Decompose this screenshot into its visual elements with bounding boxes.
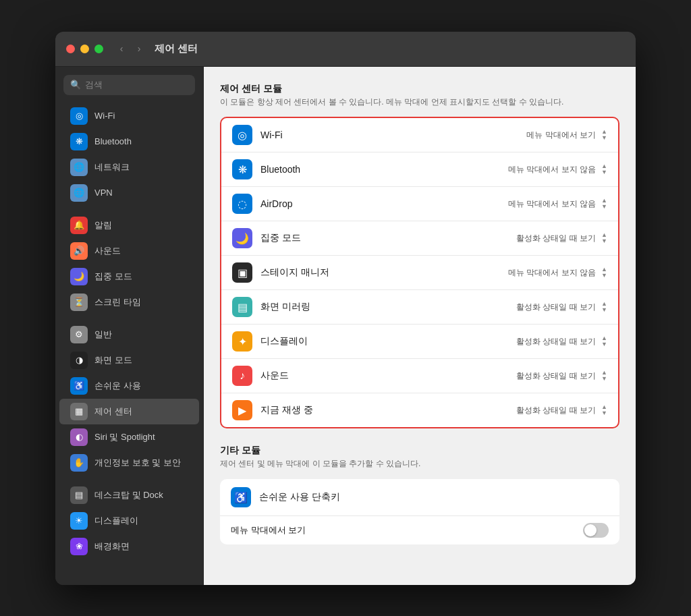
other-modules-box: ♿손쉬운 사용 단축키메뉴 막대에서 보기 [220, 479, 619, 544]
sidebar-item-screentime[interactable]: ⏳스크린 타임 [59, 289, 199, 315]
other-module-name: 손쉬운 사용 단축키 [259, 491, 609, 503]
module-name: AirDrop [260, 198, 500, 209]
module-row[interactable]: ❋Bluetooth메뉴 막대에서 보지 않음▲▼ [221, 152, 618, 187]
module-row[interactable]: ▶지금 재생 중활성화 상태일 때 보기▲▼ [221, 393, 618, 427]
stepper-icon[interactable]: ▲▼ [601, 163, 607, 175]
search-bar[interactable]: 🔍 검색 [63, 75, 195, 95]
general-icon: ⚙ [70, 326, 88, 343]
stepper-icon[interactable]: ▲▼ [601, 370, 607, 382]
stepper-icon[interactable]: ▲▼ [601, 232, 607, 244]
module-icon: ❋ [232, 159, 252, 179]
sidebar-item-label-desktop: 데스크탑 및 Dock [94, 489, 163, 501]
close-button[interactable] [66, 45, 75, 53]
sound-icon: 🔊 [70, 242, 88, 260]
sidebar: 🔍 검색 ◎Wi-Fi❋Bluetooth🌐네트워크🌐VPN🔔알림🔊사운드🌙집중… [55, 67, 204, 585]
toggle-row: 메뉴 막대에서 보기 [220, 516, 619, 544]
forward-button[interactable]: › [132, 41, 146, 56]
minimize-button[interactable] [80, 45, 89, 53]
modules-section-title: 제어 센터 모듈 [220, 83, 619, 95]
sidebar-item-accessibility[interactable]: ♿손쉬운 사용 [59, 373, 199, 399]
module-icon: 🌙 [232, 228, 252, 248]
stepper-icon[interactable]: ▲▼ [601, 198, 607, 210]
module-icon: ▣ [232, 262, 252, 283]
module-row[interactable]: ◎Wi-Fi메뉴 막대에서 보기▲▼ [221, 118, 618, 152]
sidebar-item-desktop[interactable]: ▤데스크탑 및 Dock [59, 482, 199, 508]
sidebar-item-siri[interactable]: ◐Siri 및 Spotlight [59, 424, 199, 450]
module-row[interactable]: ♪사운드활성화 상태일 때 보기▲▼ [221, 359, 618, 393]
wifi-icon: ◎ [70, 107, 88, 125]
sidebar-item-sound[interactable]: 🔊사운드 [59, 238, 199, 264]
modules-box: ◎Wi-Fi메뉴 막대에서 보기▲▼❋Bluetooth메뉴 막대에서 보지 않… [220, 117, 619, 428]
fullscreen-button[interactable] [94, 45, 103, 53]
sidebar-item-label-screentime: 스크린 타임 [94, 296, 141, 308]
module-status: 메뉴 막대에서 보기▲▼ [526, 129, 607, 141]
screentime-icon: ⏳ [70, 293, 88, 311]
stepper-icon[interactable]: ▲▼ [601, 404, 607, 416]
sidebar-item-network[interactable]: 🌐네트워크 [59, 155, 199, 180]
toggle-knob [584, 524, 597, 536]
sidebar-item-label-wifi: Wi-Fi [94, 111, 115, 121]
sidebar-item-general[interactable]: ⚙일반 [59, 322, 199, 347]
other-section-desc: 제어 센터 및 메뉴 막대에 이 모듈을 추가할 수 있습니다. [220, 458, 619, 470]
module-row[interactable]: ▣스테이지 매니저메뉴 막대에서 보지 않음▲▼ [221, 256, 618, 290]
traffic-lights [66, 45, 103, 53]
network-icon: 🌐 [70, 159, 88, 176]
sidebar-item-label-wallpaper: 배경화면 [94, 540, 130, 553]
sidebar-item-privacy[interactable]: ✋개인정보 보호 및 보안 [59, 450, 199, 476]
module-name: 지금 재생 중 [260, 404, 508, 416]
sidebar-item-label-sound: 사운드 [94, 245, 121, 257]
sidebar-item-label-network: 네트워크 [94, 161, 130, 173]
stepper-icon[interactable]: ▲▼ [601, 335, 607, 347]
stepper-icon[interactable]: ▲▼ [601, 267, 607, 279]
sidebar-item-displaymode[interactable]: ◑화면 모드 [59, 347, 199, 373]
toggle-switch[interactable] [583, 523, 609, 538]
display-icon: ☀ [70, 512, 88, 530]
sidebar-item-label-displaymode: 화면 모드 [94, 354, 132, 366]
search-icon: 🔍 [70, 80, 81, 90]
sidebar-item-label-general: 일반 [94, 329, 112, 341]
module-status: 메뉴 막대에서 보지 않음▲▼ [508, 198, 607, 210]
module-status: 메뉴 막대에서 보지 않음▲▼ [508, 163, 607, 175]
sidebar-item-controlcenter[interactable]: ▦제어 센터 [59, 399, 199, 424]
module-row[interactable]: ◌AirDrop메뉴 막대에서 보지 않음▲▼ [221, 187, 618, 221]
sidebar-item-wifi[interactable]: ◎Wi-Fi [59, 103, 199, 129]
stepper-icon[interactable]: ▲▼ [601, 129, 607, 141]
module-row[interactable]: 🌙집중 모드활성화 상태일 때 보기▲▼ [221, 221, 618, 256]
sidebar-item-display[interactable]: ☀디스플레이 [59, 508, 199, 534]
sidebar-item-label-bluetooth: Bluetooth [94, 136, 132, 146]
module-name: 화면 미러링 [260, 301, 508, 313]
sidebar-item-label-controlcenter: 제어 센터 [94, 405, 132, 418]
siri-icon: ◐ [70, 428, 88, 446]
sidebar-item-label-focus: 집중 모드 [94, 271, 132, 283]
module-icon: ▤ [232, 297, 252, 317]
nav-arrows: ‹ › [114, 41, 146, 56]
module-row[interactable]: ▤화면 미러링활성화 상태일 때 보기▲▼ [221, 290, 618, 325]
module-status: 활성화 상태일 때 보기▲▼ [516, 232, 607, 244]
module-icon: ✦ [232, 331, 252, 352]
module-row[interactable]: ✦디스플레이활성화 상태일 때 보기▲▼ [221, 325, 618, 359]
other-section-title: 기타 모듈 [220, 445, 619, 457]
sidebar-item-label-accessibility: 손쉬운 사용 [94, 380, 141, 392]
stepper-icon[interactable]: ▲▼ [601, 301, 607, 313]
main-window: ‹ › 제어 센터 🔍 검색 ◎Wi-Fi❋Bluetooth🌐네트워크🌐VPN… [55, 32, 636, 585]
privacy-icon: ✋ [70, 454, 88, 472]
sidebar-item-vpn[interactable]: 🌐VPN [59, 180, 199, 206]
sidebar-item-label-vpn: VPN [94, 188, 113, 198]
bluetooth-icon: ❋ [70, 133, 88, 150]
sidebar-item-label-privacy: 개인정보 보호 및 보안 [94, 457, 181, 469]
wallpaper-icon: ❀ [70, 538, 88, 555]
sidebar-item-wallpaper[interactable]: ❀배경화면 [59, 534, 199, 559]
vpn-icon: 🌐 [70, 184, 88, 202]
focus-icon: 🌙 [70, 268, 88, 285]
sidebar-item-bluetooth[interactable]: ❋Bluetooth [59, 129, 199, 155]
accessibility-icon: ♿ [70, 377, 88, 395]
back-button[interactable]: ‹ [114, 41, 129, 56]
sidebar-item-alarm[interactable]: 🔔알림 [59, 213, 199, 238]
other-module-row: ♿손쉬운 사용 단축키 [220, 479, 619, 516]
module-status: 활성화 상태일 때 보기▲▼ [516, 301, 607, 313]
module-icon: ◎ [232, 125, 252, 145]
sidebar-item-focus[interactable]: 🌙집중 모드 [59, 264, 199, 289]
sidebar-item-label-display: 디스플레이 [94, 515, 138, 527]
module-status: 활성화 상태일 때 보기▲▼ [516, 404, 607, 416]
sidebar-item-label-siri: Siri 및 Spotlight [94, 431, 155, 443]
